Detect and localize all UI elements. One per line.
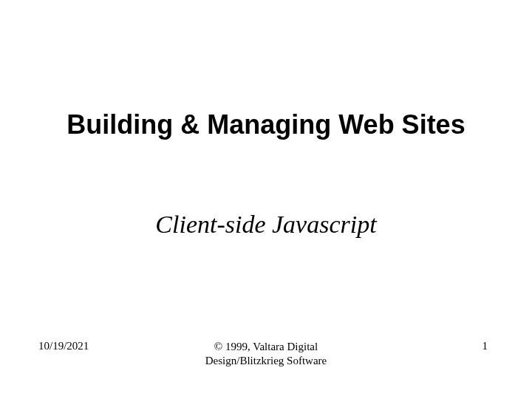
copyright-line-2: Design/Blitzkrieg Software (205, 355, 327, 366)
footer-copyright: © 1999, Valtara Digital Design/Blitzkrie… (0, 340, 532, 368)
footer-page-number: 1 (482, 340, 488, 352)
copyright-line-1: © 1999, Valtara Digital (214, 341, 318, 352)
slide-title: Building & Managing Web Sites (0, 109, 532, 140)
slide-subtitle: Client-side Javascript (0, 211, 532, 239)
slide: Building & Managing Web Sites Client-sid… (0, 0, 532, 399)
slide-footer: 10/19/2021 © 1999, Valtara Digital Desig… (0, 340, 532, 377)
